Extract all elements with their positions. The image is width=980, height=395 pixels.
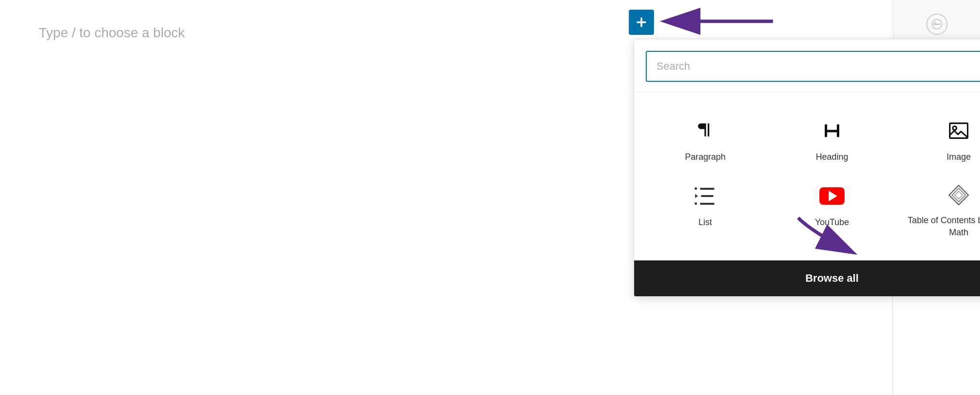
list-icon (692, 182, 719, 210)
browse-all-button[interactable]: Browse all (634, 260, 980, 296)
list-label: List (698, 216, 712, 228)
toc-label: Table of Contents by Rank Math (903, 214, 980, 239)
block-item-toc[interactable]: Table of Contents by Rank Math (895, 173, 980, 248)
search-box[interactable] (646, 51, 980, 82)
toc-icon (946, 182, 971, 208)
svg-rect-10 (837, 124, 839, 137)
heading-label: Heading (816, 151, 848, 163)
editor-area: Type / to choose a block (0, 0, 692, 395)
svg-marker-15 (955, 191, 963, 199)
search-container (634, 39, 980, 92)
paragraph-label: Paragraph (685, 151, 726, 163)
arrow-annotation-plus (657, 4, 783, 41)
svg-point-12 (953, 126, 957, 130)
text-mode-icon (926, 14, 948, 35)
youtube-icon (818, 182, 846, 210)
browse-all-label: Browse all (805, 272, 859, 284)
search-input[interactable] (656, 60, 980, 73)
arrow-annotation-toc (784, 213, 880, 263)
block-item-image[interactable]: Image (895, 107, 980, 173)
image-label: Image (947, 151, 971, 163)
image-icon (945, 117, 972, 144)
add-block-button[interactable] (629, 10, 654, 35)
block-item-heading[interactable]: Heading (769, 107, 895, 173)
block-item-paragraph[interactable]: Paragraph (642, 107, 769, 173)
paragraph-icon (692, 117, 719, 144)
heading-icon (818, 117, 846, 144)
editor-placeholder: Type / to choose a block (39, 25, 185, 41)
block-item-list[interactable]: List (642, 173, 769, 248)
